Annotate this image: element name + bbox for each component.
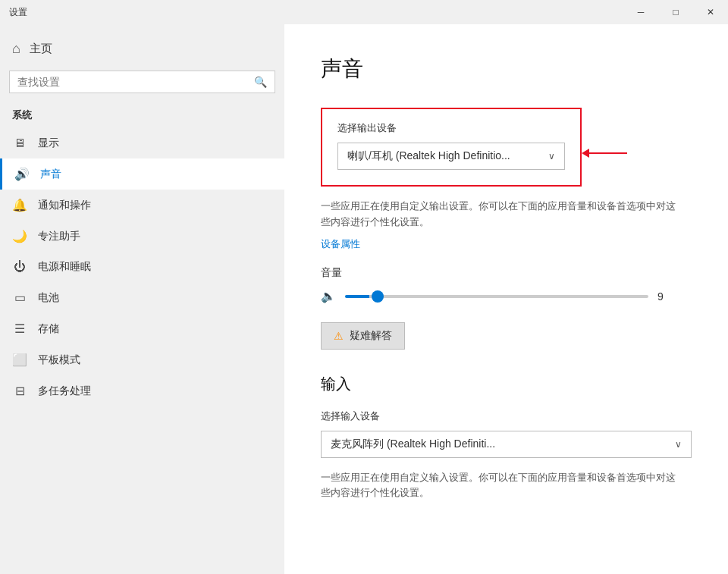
sound-icon: 🔊 [14, 167, 30, 181]
maximize-button[interactable]: □ [658, 0, 693, 24]
sidebar-item-label-display: 显示 [38, 136, 59, 150]
troubleshoot-label: 疑难解答 [350, 329, 392, 343]
output-section-box: 选择输出设备 喇叭/耳机 (Realtek High Definitio... … [321, 108, 582, 187]
input-dropdown-chevron: ∨ [675, 439, 682, 450]
output-section-label: 选择输出设备 [337, 121, 565, 135]
troubleshoot-button[interactable]: ⚠ 疑难解答 [321, 322, 405, 350]
input-info-text: 一些应用正在使用自定义输入设置。你可以在下面的应用音量和设备首选项中对这些内容进… [321, 470, 685, 502]
arrow-annotation [582, 149, 627, 158]
sidebar-section-label: 系统 [0, 105, 284, 128]
sidebar-item-label-storage: 存储 [38, 322, 59, 336]
display-icon: 🖥 [12, 136, 27, 150]
output-device-dropdown[interactable]: 喇叭/耳机 (Realtek High Definitio... ∨ [337, 143, 565, 170]
sidebar-item-tablet[interactable]: ⬜ 平板模式 [0, 344, 284, 375]
volume-icon: 🔈 [321, 289, 336, 303]
sidebar-item-label-power: 电源和睡眠 [38, 260, 91, 274]
sidebar-home[interactable]: ⌂ 主页 [0, 30, 284, 67]
output-section-wrapper: 选择输出设备 喇叭/耳机 (Realtek High Definitio... … [321, 108, 582, 199]
sidebar-item-storage[interactable]: ☰ 存储 [0, 313, 284, 344]
sidebar-item-label-tablet: 平板模式 [38, 353, 80, 367]
input-device-dropdown[interactable]: 麦克风阵列 (Realtek High Definiti... ∨ [321, 431, 692, 458]
volume-slider[interactable] [345, 295, 648, 298]
input-section-label: 选择输入设备 [321, 409, 692, 423]
multitask-icon: ⊟ [12, 384, 27, 398]
sidebar-item-label-sound: 声音 [40, 168, 61, 181]
sidebar-item-display[interactable]: 🖥 显示 [0, 128, 284, 158]
output-info-text: 一些应用正在使用自定义输出设置。你可以在下面的应用音量和设备首选项中对这些内容进… [321, 199, 685, 231]
volume-label: 音量 [321, 266, 692, 280]
focus-icon: 🌙 [12, 229, 27, 243]
sidebar-item-label-focus: 专注助手 [38, 230, 80, 243]
sidebar-item-sound[interactable]: 🔊 声音 [0, 158, 284, 190]
home-icon: ⌂ [12, 41, 20, 57]
close-button[interactable]: ✕ [693, 0, 728, 24]
warning-icon: ⚠ [334, 330, 344, 342]
main-content: 声音 选择输出设备 喇叭/耳机 (Realtek High Definitio.… [284, 24, 728, 574]
sidebar-item-label-battery: 电池 [38, 291, 59, 305]
battery-icon: ▭ [12, 290, 27, 305]
sidebar-item-multitask[interactable]: ⊟ 多任务处理 [0, 375, 284, 406]
input-device-value: 麦克风阵列 (Realtek High Definiti... [331, 438, 495, 451]
output-device-value: 喇叭/耳机 (Realtek High Definitio... [347, 149, 510, 163]
sidebar-item-battery[interactable]: ▭ 电池 [0, 282, 284, 313]
tablet-icon: ⬜ [12, 353, 27, 367]
sidebar-home-label: 主页 [30, 42, 52, 56]
search-input[interactable] [17, 76, 248, 88]
storage-icon: ☰ [12, 322, 27, 336]
window-title: 设置 [9, 6, 27, 19]
volume-value: 9 [657, 290, 673, 303]
volume-slider-container [345, 289, 648, 304]
volume-row: 🔈 9 [321, 289, 692, 304]
search-box: 🔍 [9, 71, 275, 93]
page-title: 声音 [321, 55, 692, 83]
notifications-icon: 🔔 [12, 198, 27, 212]
content-area: ⌂ 主页 🔍 系统 🖥 显示 🔊 声音 🔔 通知和操作 [0, 24, 728, 574]
sidebar-item-label-notifications: 通知和操作 [38, 199, 91, 212]
minimize-button[interactable]: ─ [623, 0, 658, 24]
title-bar: 设置 ─ □ ✕ [0, 0, 728, 24]
power-icon: ⏻ [12, 260, 27, 274]
sidebar-item-focus[interactable]: 🌙 专注助手 [0, 221, 284, 252]
output-dropdown-chevron: ∨ [548, 151, 555, 162]
input-section-title: 输入 [321, 374, 692, 394]
sidebar-item-notifications[interactable]: 🔔 通知和操作 [0, 190, 284, 221]
sidebar: ⌂ 主页 🔍 系统 🖥 显示 🔊 声音 🔔 通知和操作 [0, 24, 284, 574]
settings-window: 设置 ─ □ ✕ ⌂ 主页 🔍 系统 🖥 显示 [0, 0, 728, 574]
search-icon: 🔍 [254, 76, 267, 88]
window-controls: ─ □ ✕ [623, 0, 728, 24]
sidebar-item-power[interactable]: ⏻ 电源和睡眠 [0, 252, 284, 282]
sidebar-item-label-multitask: 多任务处理 [38, 384, 91, 398]
device-properties-link[interactable]: 设备属性 [321, 237, 360, 251]
arrow-line [589, 152, 627, 154]
arrow-head [582, 149, 589, 158]
